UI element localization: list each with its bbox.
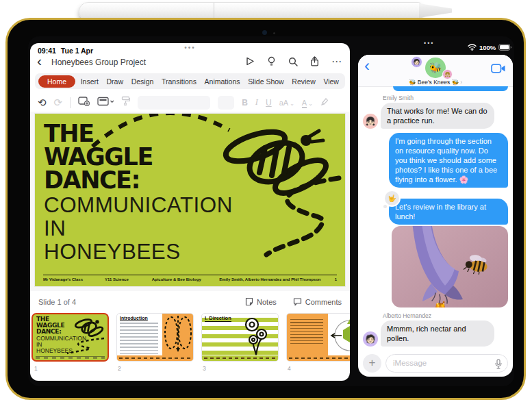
- footer-class: Mr Vidanage's Class: [43, 277, 105, 281]
- document-title[interactable]: Honeybees Group Project: [51, 58, 146, 67]
- message-compose-row: +: [363, 353, 508, 373]
- add-attachment-button[interactable]: +: [363, 354, 381, 373]
- wifi-icon: [468, 41, 477, 53]
- tab-review[interactable]: Review: [289, 77, 318, 86]
- new-slide-button[interactable]: [78, 96, 90, 109]
- messages-window: ‹ 🧑🏻 🐝 👧🏼 🐝 Bee's Knees 🐝› Emily Smith: [358, 55, 513, 377]
- sender-label-alberto: Alberto Hernandez: [383, 312, 508, 319]
- underline-button[interactable]: U: [266, 98, 272, 108]
- comments-button[interactable]: Comments: [293, 297, 342, 306]
- tab-transitions[interactable]: Transitions: [159, 77, 199, 86]
- thumbnail-number-1: 1: [34, 365, 38, 372]
- footer-page-number: 1: [335, 277, 337, 281]
- messages-header: ‹ 🧑🏻 🐝 👧🏼 🐝 Bee's Knees 🐝›: [358, 55, 513, 87]
- outgoing-message-1[interactable]: I'm going through the section on resourc…: [389, 133, 508, 188]
- tab-draw[interactable]: Draw: [104, 77, 127, 86]
- font-size-field[interactable]: [218, 96, 234, 110]
- alberto-avatar: 🧑🏻: [363, 331, 378, 347]
- font-name-field[interactable]: [138, 96, 210, 110]
- designer-lightbulb-button[interactable]: [267, 56, 276, 66]
- battery-icon: [498, 41, 512, 53]
- member-avatar-top: 🧑🏻: [411, 56, 422, 68]
- back-button[interactable]: ‹: [37, 53, 42, 69]
- sender-label-emily: Emily Smith: [383, 95, 508, 101]
- tab-slideshow[interactable]: Slide Show: [245, 77, 287, 86]
- messages-back-button[interactable]: ‹: [364, 56, 370, 75]
- group-detail-chevron: ›: [460, 79, 462, 86]
- group-name[interactable]: 🐝 Bee's Knees 🐝›: [358, 79, 513, 86]
- dictation-mic-icon[interactable]: [495, 359, 502, 372]
- powerpoint-window: 09:41Tue 1 Apr ••• ‹ Honeybees Group Pro…: [30, 43, 350, 381]
- text-size-button[interactable]: aA⌄: [279, 99, 294, 107]
- layout-button[interactable]: [97, 97, 114, 109]
- redo-button[interactable]: ⟳: [54, 97, 63, 109]
- slide-1[interactable]: THE WAGGLE DANCE: COMMUNICATION IN HONEY…: [35, 114, 345, 286]
- bold-button[interactable]: B: [242, 98, 248, 108]
- photo-message-bee-flower[interactable]: 🍯: [392, 226, 508, 307]
- thumb4-footer-strip: [287, 355, 350, 361]
- thumbnail-slide-2[interactable]: Introduction: [116, 313, 194, 362]
- imessage-field-wrap: [385, 354, 508, 373]
- ipad-device: ••• 100% 09:41Tue 1 Apr ••• ‹ Ho: [5, 18, 526, 400]
- thumb3-heading: I. Direction: [205, 315, 231, 322]
- tab-home[interactable]: Home: [38, 75, 75, 88]
- slide-status-row: Slide 1 of 4 Notes Comments: [30, 294, 350, 312]
- conversation-area: Emily Smith 👧🏻 That works for me! We can…: [363, 86, 508, 349]
- tab-view[interactable]: View: [320, 77, 342, 86]
- emily-avatar: 👧🏻: [363, 114, 378, 129]
- previous-message-sliver: [393, 86, 508, 91]
- thumbnail-number-2: 2: [118, 365, 121, 372]
- incoming-message-2[interactable]: Mmmm, rich nectar and pollen.: [381, 321, 494, 347]
- slideover-handle-dots[interactable]: •••: [424, 40, 434, 47]
- more-options-button[interactable]: ⋯: [331, 58, 342, 65]
- window-handle-dots[interactable]: •••: [184, 44, 196, 51]
- outgoing-message-2[interactable]: Let's review in the library at lunch!: [389, 199, 508, 225]
- search-icon[interactable]: [288, 57, 298, 66]
- group-avatar[interactable]: 🧑🏻 🐝 👧🏼: [425, 58, 446, 78]
- front-camera: [262, 30, 267, 35]
- facetime-video-button[interactable]: [491, 64, 506, 76]
- slide-counter: Slide 1 of 4: [38, 298, 76, 306]
- tab-design[interactable]: Design: [129, 77, 157, 86]
- thumb1-bee-doodle: [71, 316, 106, 339]
- thumb1-footer: [36, 356, 105, 359]
- footer-authors: Emily Smith, Alberto Hernandez and Phil …: [219, 277, 334, 281]
- thumb2-footer-strip: [117, 355, 193, 361]
- thumb2-heading: Introduction: [120, 316, 148, 321]
- thumb1-dash-curve: [65, 337, 106, 355]
- dashed-flightpath-curve: [261, 173, 343, 260]
- powerpoint-navbar: ‹ Honeybees Group Project ⋯: [30, 54, 350, 72]
- slide-footer: Mr Vidanage's Class Y11 Science Apicultu…: [43, 275, 337, 281]
- toolbar-divider: [70, 97, 71, 108]
- highlight-button[interactable]: [320, 97, 329, 108]
- member-avatar-bottom: 👧🏼: [442, 69, 453, 79]
- screenshot-stage: ••• 100% 09:41Tue 1 Apr ••• ‹ Ho: [0, 0, 532, 402]
- thumbnail-slide-3[interactable]: I. Direction: [201, 313, 279, 362]
- thumb3-footer-strip: [202, 355, 278, 361]
- font-color-button[interactable]: A⌄: [302, 99, 313, 107]
- share-icon[interactable]: [310, 56, 319, 66]
- thumbnail-slide-4[interactable]: [286, 313, 350, 362]
- tab-insert[interactable]: Insert: [78, 77, 101, 86]
- italic-button[interactable]: I: [255, 97, 258, 108]
- present-button[interactable]: [245, 56, 255, 66]
- footer-subject: Apiculture & Bee Biology: [152, 277, 220, 281]
- undo-button[interactable]: ⟲: [38, 97, 47, 109]
- thumbnail-slide-1[interactable]: THEWAGGLEDANCE: COMMUNICATIONINHONEYBEES: [31, 313, 109, 362]
- tab-animations[interactable]: Animations: [202, 77, 243, 86]
- quick-toolbar: ⟲ ⟳ B I U aA⌄ A⌄: [30, 93, 350, 112]
- status-bar-right: 100%: [468, 41, 512, 53]
- slide-subtitle: COMMUNICATION IN HONEYBEES: [44, 193, 233, 263]
- ribbon-tab-bar: Home Insert Draw Design Transitions Anim…: [35, 73, 345, 89]
- comments-icon: [293, 297, 302, 306]
- notes-button[interactable]: Notes: [245, 297, 277, 306]
- thumb4-orange-panel: [287, 314, 328, 357]
- slide-canvas: THE WAGGLE DANCE: COMMUNICATION IN HONEY…: [30, 112, 350, 291]
- imessage-input[interactable]: [386, 355, 507, 372]
- incoming-message-1[interactable]: That works for me! We can do a practice …: [381, 103, 494, 129]
- honey-pot-emoji: 🍯: [433, 301, 447, 307]
- thumb2-text-lines: [120, 323, 158, 355]
- thumb1-title: THEWAGGLEDANCE:: [36, 316, 64, 335]
- format-painter-button[interactable]: [121, 96, 130, 109]
- notes-icon: [245, 297, 253, 306]
